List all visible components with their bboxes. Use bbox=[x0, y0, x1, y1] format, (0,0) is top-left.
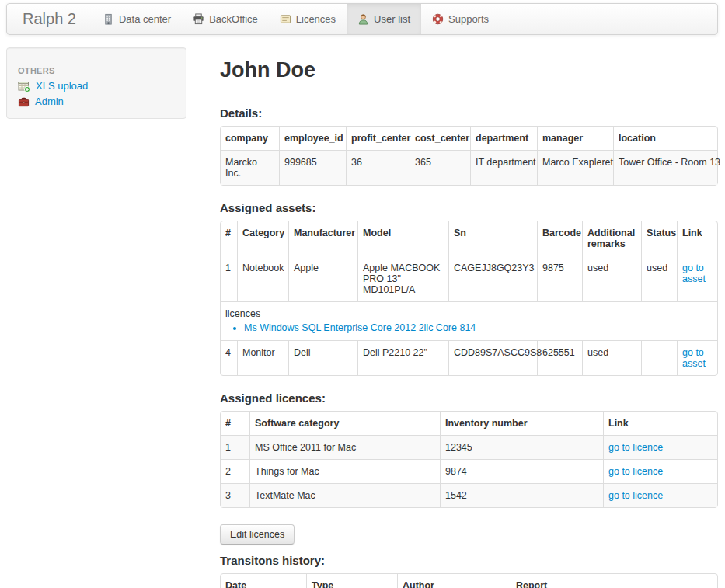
manager-cell: Marco Exapleret bbox=[537, 150, 613, 185]
tab-label: Supports bbox=[448, 13, 489, 25]
tab-data-center[interactable]: Data center bbox=[92, 4, 182, 34]
asset-sn-cell: CAGEJJ8GQ23Y3 bbox=[448, 256, 537, 301]
licence-inventory-cell: 9874 bbox=[440, 459, 603, 483]
licence-category-cell: Things for Mac bbox=[249, 459, 440, 483]
column-header-manufacturer: Manufacturer bbox=[288, 221, 357, 256]
asset-num-cell: 4 bbox=[221, 340, 237, 375]
licences-table: # Software category Inventory number Lin… bbox=[220, 411, 718, 508]
employee-id-cell: 999685 bbox=[279, 150, 346, 185]
column-header-date: Date bbox=[221, 574, 306, 588]
spreadsheet-add-icon bbox=[18, 80, 30, 92]
asset-row: 1 Notebook Apple Apple MACBOOK PRO 13" M… bbox=[221, 256, 717, 301]
column-header-report: Report bbox=[511, 574, 717, 588]
details-header-row: company employee_id profit_center cost_c… bbox=[221, 127, 717, 150]
column-header-cost-center: cost_center bbox=[410, 127, 470, 150]
asset-manufacturer-cell: Dell bbox=[288, 340, 357, 375]
licence-row: 2 Things for Mac 9874 go to licence bbox=[221, 459, 717, 483]
asset-remarks-cell: used bbox=[582, 340, 641, 375]
column-header-num: # bbox=[221, 412, 249, 435]
column-header-location: location bbox=[613, 127, 717, 150]
user-icon bbox=[357, 13, 369, 25]
sidebar-item-admin[interactable]: Admin bbox=[18, 96, 175, 108]
asset-model-cell: Dell P2210 22" bbox=[357, 340, 448, 375]
main-panel: John Doe Details: company employee_id pr… bbox=[220, 47, 718, 588]
tab-licences[interactable]: Licences bbox=[269, 4, 347, 34]
column-header-model: Model bbox=[357, 221, 448, 256]
column-header-sn: Sn bbox=[448, 221, 537, 256]
go-to-asset-link[interactable]: go to asset bbox=[682, 263, 706, 284]
column-header-company: company bbox=[221, 127, 279, 150]
building-icon bbox=[103, 13, 114, 25]
nav-tabs: Data center BackOffice Licences User lis… bbox=[92, 4, 500, 34]
asset-sn-cell: CDD89S7ASCC9S8 bbox=[448, 340, 537, 375]
asset-row: 4 Monitor Dell Dell P2210 22" CDD89S7ASC… bbox=[221, 340, 717, 375]
column-header-software-category: Software category bbox=[249, 412, 440, 435]
asset-licence-link[interactable]: Ms Windows SQL Enterprise Core 2012 2lic… bbox=[244, 322, 476, 333]
column-header-author: Author bbox=[397, 574, 511, 588]
asset-status-cell bbox=[641, 340, 677, 375]
details-table: company employee_id profit_center cost_c… bbox=[220, 126, 718, 186]
page-title: John Doe bbox=[220, 58, 718, 82]
sidebar-item-label: XLS upload bbox=[36, 80, 88, 92]
go-to-licence-link[interactable]: go to licence bbox=[608, 466, 663, 477]
app-brand[interactable]: Ralph 2 bbox=[7, 4, 92, 34]
tab-label: BackOffice bbox=[209, 13, 258, 25]
licence-num-cell: 2 bbox=[221, 459, 249, 483]
details-heading: Details: bbox=[220, 107, 718, 119]
column-header-type: Type bbox=[306, 574, 397, 588]
details-row: Marcko Inc. 999685 36 365 IT department … bbox=[221, 150, 717, 185]
go-to-asset-link[interactable]: go to asset bbox=[682, 347, 706, 369]
column-header-status: Status bbox=[641, 221, 677, 256]
licences-header-row: # Software category Inventory number Lin… bbox=[221, 412, 717, 435]
assets-table: # Category Manufacturer Model Sn Barcode… bbox=[220, 221, 718, 376]
list-item: Ms Windows SQL Enterprise Core 2012 2lic… bbox=[244, 322, 713, 334]
licence-card-icon bbox=[280, 13, 291, 25]
go-to-licence-link[interactable]: go to licence bbox=[608, 490, 663, 501]
licence-inventory-cell: 12345 bbox=[440, 435, 603, 459]
licence-row: 1 MS Office 2011 for Mac 12345 go to lic… bbox=[221, 435, 717, 459]
licence-num-cell: 1 bbox=[221, 435, 249, 459]
tab-backoffice[interactable]: BackOffice bbox=[182, 4, 269, 34]
sidebar-section-title: OTHERS bbox=[18, 66, 175, 75]
asset-barcode-cell: 9875 bbox=[537, 256, 582, 301]
tab-label: Data center bbox=[119, 13, 171, 25]
licence-row: 3 TextMate Mac 1542 go to licence bbox=[221, 483, 717, 507]
transitions-header-row: Date Type Author Report bbox=[221, 574, 717, 588]
location-cell: Tower Office - Room 13 bbox=[613, 150, 717, 185]
column-header-num: # bbox=[221, 221, 237, 256]
column-header-profit-center: profit_center bbox=[346, 127, 410, 150]
asset-manufacturer-cell: Apple bbox=[288, 256, 357, 301]
tab-user-list[interactable]: User list bbox=[347, 4, 421, 34]
licences-subrow-label: licences bbox=[225, 308, 713, 320]
asset-status-cell: used bbox=[641, 256, 677, 301]
asset-model-cell: Apple MACBOOK PRO 13" MD101PL/A bbox=[357, 256, 448, 301]
toolbox-icon bbox=[18, 96, 30, 108]
licence-category-cell: MS Office 2011 for Mac bbox=[249, 435, 440, 459]
column-header-additional-remarks: Additional remarks bbox=[582, 221, 641, 256]
tab-supports[interactable]: Supports bbox=[421, 4, 500, 34]
printer-icon bbox=[193, 13, 204, 25]
assets-header-row: # Category Manufacturer Model Sn Barcode… bbox=[221, 221, 717, 256]
department-cell: IT department bbox=[470, 150, 537, 185]
column-header-manager: manager bbox=[537, 127, 613, 150]
licence-inventory-cell: 1542 bbox=[440, 483, 603, 507]
asset-barcode-cell: 625551 bbox=[537, 340, 582, 375]
top-navbar: Ralph 2 Data center BackOffice Licences … bbox=[6, 3, 718, 35]
asset-category-cell: Notebook bbox=[237, 256, 288, 301]
licences-subrow-list: Ms Windows SQL Enterprise Core 2012 2lic… bbox=[244, 322, 713, 334]
cost-center-cell: 365 bbox=[410, 150, 470, 185]
profit-center-cell: 36 bbox=[346, 150, 410, 185]
tab-label: User list bbox=[374, 13, 410, 25]
licence-num-cell: 3 bbox=[221, 483, 249, 507]
column-header-department: department bbox=[470, 127, 537, 150]
licences-heading: Assigned licences: bbox=[220, 392, 718, 404]
go-to-licence-link[interactable]: go to licence bbox=[608, 442, 663, 453]
asset-remarks-cell: used bbox=[582, 256, 641, 301]
sidebar-item-xls-upload[interactable]: XLS upload bbox=[18, 80, 175, 92]
edit-licences-button[interactable]: Edit licences bbox=[220, 524, 295, 545]
column-header-category: Category bbox=[237, 221, 288, 256]
column-header-barcode: Barcode bbox=[537, 221, 582, 256]
asset-licences-subrow: licences Ms Windows SQL Enterprise Core … bbox=[221, 301, 717, 340]
asset-num-cell: 1 bbox=[221, 256, 237, 301]
column-header-link: Link bbox=[677, 221, 717, 256]
